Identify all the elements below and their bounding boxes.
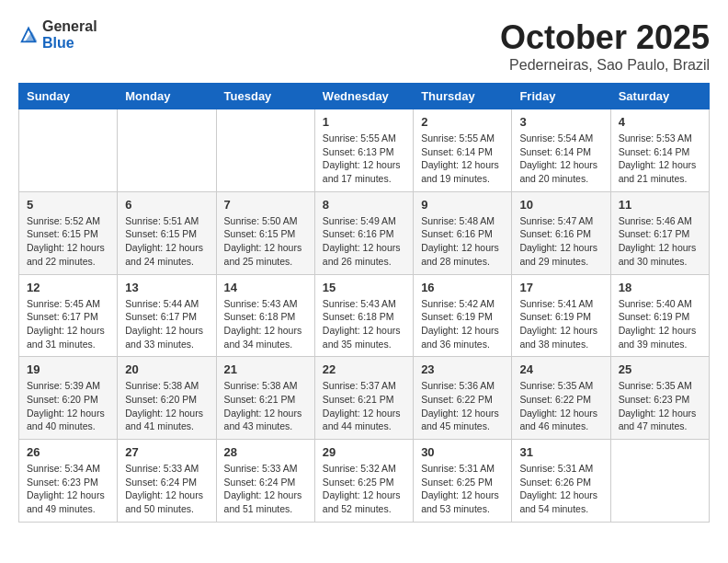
day-number: 28 (224, 445, 307, 459)
calendar-cell: 11Sunrise: 5:46 AM Sunset: 6:17 PM Dayli… (610, 191, 709, 274)
day-info: Sunrise: 5:46 AM Sunset: 6:17 PM Dayligh… (619, 214, 701, 269)
day-number: 14 (224, 281, 307, 294)
calendar-table: SundayMondayTuesdayWednesdayThursdayFrid… (18, 83, 710, 523)
calendar-cell: 10Sunrise: 5:47 AM Sunset: 6:16 PM Dayli… (512, 191, 610, 274)
calendar-cell: 1Sunrise: 5:55 AM Sunset: 6:13 PM Daylig… (314, 109, 413, 192)
calendar-cell: 18Sunrise: 5:40 AM Sunset: 6:19 PM Dayli… (610, 274, 709, 357)
calendar-cell (216, 109, 314, 192)
day-info: Sunrise: 5:31 AM Sunset: 6:25 PM Dayligh… (421, 462, 504, 516)
days-of-week-row: SundayMondayTuesdayWednesdayThursdayFrid… (19, 84, 710, 109)
day-info: Sunrise: 5:38 AM Sunset: 6:21 PM Dayligh… (224, 379, 307, 433)
calendar-cell (118, 109, 216, 192)
day-info: Sunrise: 5:37 AM Sunset: 6:21 PM Dayligh… (323, 379, 405, 433)
day-info: Sunrise: 5:40 AM Sunset: 6:19 PM Dayligh… (619, 297, 701, 351)
day-info: Sunrise: 5:33 AM Sunset: 6:24 PM Dayligh… (224, 462, 307, 516)
day-info: Sunrise: 5:47 AM Sunset: 6:16 PM Dayligh… (519, 214, 602, 269)
day-number: 22 (323, 362, 405, 376)
calendar-body: 1Sunrise: 5:55 AM Sunset: 6:13 PM Daylig… (19, 109, 710, 523)
day-number: 29 (323, 445, 405, 459)
day-number: 31 (519, 445, 602, 459)
day-number: 16 (421, 281, 504, 294)
day-number: 2 (421, 115, 504, 129)
calendar-cell: 20Sunrise: 5:38 AM Sunset: 6:20 PM Dayli… (118, 357, 216, 440)
calendar-cell (610, 440, 709, 523)
day-number: 6 (125, 198, 208, 212)
calendar-cell: 19Sunrise: 5:39 AM Sunset: 6:20 PM Dayli… (19, 357, 118, 440)
day-info: Sunrise: 5:41 AM Sunset: 6:19 PM Dayligh… (519, 297, 602, 351)
day-number: 19 (27, 362, 109, 376)
calendar-cell: 8Sunrise: 5:49 AM Sunset: 6:16 PM Daylig… (314, 191, 413, 274)
calendar-week-row: 5Sunrise: 5:52 AM Sunset: 6:15 PM Daylig… (19, 191, 710, 274)
calendar-cell: 27Sunrise: 5:33 AM Sunset: 6:24 PM Dayli… (118, 440, 216, 523)
day-number: 20 (125, 362, 208, 376)
day-number: 3 (519, 115, 602, 129)
day-number: 8 (323, 198, 405, 212)
day-number: 5 (27, 198, 109, 212)
day-of-week-header: Tuesday (216, 84, 314, 109)
title-section: October 2025 Pederneiras, Sao Paulo, Bra… (500, 18, 710, 74)
day-number: 7 (224, 198, 307, 212)
calendar-week-row: 1Sunrise: 5:55 AM Sunset: 6:13 PM Daylig… (19, 109, 710, 192)
calendar-header: SundayMondayTuesdayWednesdayThursdayFrid… (19, 84, 710, 109)
day-number: 4 (619, 115, 701, 129)
calendar-cell (19, 109, 118, 192)
calendar-week-row: 12Sunrise: 5:45 AM Sunset: 6:17 PM Dayli… (19, 274, 710, 357)
day-info: Sunrise: 5:38 AM Sunset: 6:20 PM Dayligh… (125, 379, 208, 433)
day-info: Sunrise: 5:48 AM Sunset: 6:16 PM Dayligh… (421, 214, 504, 269)
day-of-week-header: Saturday (610, 84, 709, 109)
calendar-cell: 6Sunrise: 5:51 AM Sunset: 6:15 PM Daylig… (118, 191, 216, 274)
day-info: Sunrise: 5:36 AM Sunset: 6:22 PM Dayligh… (421, 379, 504, 433)
day-info: Sunrise: 5:49 AM Sunset: 6:16 PM Dayligh… (323, 214, 405, 269)
day-info: Sunrise: 5:32 AM Sunset: 6:25 PM Dayligh… (323, 462, 405, 516)
day-info: Sunrise: 5:55 AM Sunset: 6:14 PM Dayligh… (421, 132, 504, 186)
day-info: Sunrise: 5:51 AM Sunset: 6:15 PM Dayligh… (125, 214, 208, 269)
calendar-cell: 16Sunrise: 5:42 AM Sunset: 6:19 PM Dayli… (414, 274, 512, 357)
calendar-cell: 12Sunrise: 5:45 AM Sunset: 6:17 PM Dayli… (19, 274, 118, 357)
calendar-cell: 9Sunrise: 5:48 AM Sunset: 6:16 PM Daylig… (414, 191, 512, 274)
calendar-cell: 25Sunrise: 5:35 AM Sunset: 6:23 PM Dayli… (610, 357, 709, 440)
day-info: Sunrise: 5:44 AM Sunset: 6:17 PM Dayligh… (125, 297, 208, 351)
day-number: 27 (125, 445, 208, 459)
month-title: October 2025 (500, 18, 710, 57)
day-number: 11 (619, 198, 701, 212)
day-info: Sunrise: 5:55 AM Sunset: 6:13 PM Dayligh… (323, 132, 405, 186)
logo-general: General (42, 18, 97, 34)
day-number: 17 (519, 281, 602, 294)
day-of-week-header: Wednesday (314, 84, 413, 109)
day-info: Sunrise: 5:42 AM Sunset: 6:19 PM Dayligh… (421, 297, 504, 351)
calendar-cell: 23Sunrise: 5:36 AM Sunset: 6:22 PM Dayli… (414, 357, 512, 440)
calendar-cell: 7Sunrise: 5:50 AM Sunset: 6:15 PM Daylig… (216, 191, 314, 274)
logo: General Blue (18, 18, 97, 52)
calendar-cell: 4Sunrise: 5:53 AM Sunset: 6:14 PM Daylig… (610, 109, 709, 192)
day-number: 18 (619, 281, 701, 294)
day-info: Sunrise: 5:35 AM Sunset: 6:23 PM Dayligh… (619, 379, 701, 433)
day-number: 25 (619, 362, 701, 376)
calendar-cell: 14Sunrise: 5:43 AM Sunset: 6:18 PM Dayli… (216, 274, 314, 357)
day-of-week-header: Monday (118, 84, 216, 109)
calendar-cell: 15Sunrise: 5:43 AM Sunset: 6:18 PM Dayli… (314, 274, 413, 357)
calendar-cell: 24Sunrise: 5:35 AM Sunset: 6:22 PM Dayli… (512, 357, 610, 440)
day-number: 9 (421, 198, 504, 212)
day-info: Sunrise: 5:43 AM Sunset: 6:18 PM Dayligh… (323, 297, 405, 351)
calendar-cell: 13Sunrise: 5:44 AM Sunset: 6:17 PM Dayli… (118, 274, 216, 357)
day-of-week-header: Thursday (414, 84, 512, 109)
calendar-week-row: 26Sunrise: 5:34 AM Sunset: 6:23 PM Dayli… (19, 440, 710, 523)
day-info: Sunrise: 5:45 AM Sunset: 6:17 PM Dayligh… (27, 297, 109, 351)
day-of-week-header: Sunday (19, 84, 118, 109)
logo-blue: Blue (42, 35, 74, 51)
day-number: 1 (323, 115, 405, 129)
day-info: Sunrise: 5:31 AM Sunset: 6:26 PM Dayligh… (519, 462, 602, 516)
calendar-cell: 31Sunrise: 5:31 AM Sunset: 6:26 PM Dayli… (512, 440, 610, 523)
day-number: 26 (27, 445, 109, 459)
day-info: Sunrise: 5:39 AM Sunset: 6:20 PM Dayligh… (27, 379, 109, 433)
logo-icon (18, 25, 39, 45)
calendar-cell: 29Sunrise: 5:32 AM Sunset: 6:25 PM Dayli… (314, 440, 413, 523)
page-header: General Blue October 2025 Pederneiras, S… (18, 18, 710, 74)
day-info: Sunrise: 5:52 AM Sunset: 6:15 PM Dayligh… (27, 214, 109, 269)
day-info: Sunrise: 5:34 AM Sunset: 6:23 PM Dayligh… (27, 462, 109, 516)
calendar-cell: 17Sunrise: 5:41 AM Sunset: 6:19 PM Dayli… (512, 274, 610, 357)
day-number: 12 (27, 281, 109, 294)
day-number: 21 (224, 362, 307, 376)
location-title: Pederneiras, Sao Paulo, Brazil (500, 57, 710, 74)
day-number: 23 (421, 362, 504, 376)
